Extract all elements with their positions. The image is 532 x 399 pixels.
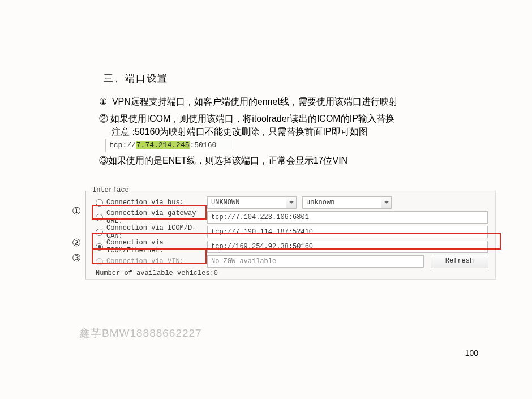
label-bus: Connection via bus: <box>106 199 207 207</box>
tcp-prefix: tcp:// <box>109 141 136 149</box>
interface-legend: Interface <box>90 186 131 194</box>
radio-vin <box>96 258 103 265</box>
radio-icom-ethernet[interactable] <box>96 243 103 251</box>
combo-bus-2[interactable]: unknown <box>302 196 392 209</box>
watermark-text: 鑫芓BMW18888662227 <box>79 326 202 341</box>
tcp-highlight-ip: 7.74.214.245 <box>136 141 190 149</box>
row-connection-vin: Connection via VIN: No ZGW available Ref… <box>96 255 490 268</box>
field-gateway-url[interactable]: tcp://7.104.223.106:6801 <box>207 211 488 224</box>
bullet-3: ③如果使用的是ENET线，则选择该端口，正常会显示17位VIN <box>99 154 347 167</box>
label-gateway: Connection via gateway URL: <box>106 209 207 225</box>
chevron-down-icon[interactable] <box>381 197 391 208</box>
combo-bus-2-value: unknown <box>306 199 334 207</box>
combo-bus-1[interactable]: UNKNOWN <box>207 196 297 209</box>
row-connection-icom-ethernet: Connection via ICOM/Ethernet: tcp://169.… <box>96 240 490 254</box>
field-vin: No ZGW available <box>207 255 424 268</box>
radio-icom-dcan[interactable] <box>96 229 103 236</box>
field-icom-dcan[interactable]: tcp://7.190.114.187:52410 <box>207 226 488 238</box>
label-icom-ethernet: Connection via ICOM/Ethernet: <box>106 239 207 255</box>
row-connection-bus: Connection via bus: UNKNOWN unknown <box>96 196 490 209</box>
label-icom-dcan: Connection via ICOM/D-CAN: <box>106 224 207 240</box>
combo-bus-1-value: UNKNOWN <box>211 199 239 207</box>
bullet-2: ② 如果使用ICOM，则使用该端口，将itoolrader读出的ICOM的IP输… <box>99 112 394 125</box>
refresh-button[interactable]: Refresh <box>431 255 488 268</box>
tcp-example-field: tcp://7.74.214.245:50160 <box>105 139 235 152</box>
available-vehicles-count: Number of available vehicles:0 <box>96 269 218 277</box>
bullet-2-note: 注意 :50160为映射端口不能更改删除，只需替换前面IP即可如图 <box>111 125 368 138</box>
row-connection-icom-dcan: Connection via ICOM/D-CAN: tcp://7.190.1… <box>96 225 490 239</box>
radio-bus[interactable] <box>96 199 103 207</box>
row-connection-gateway: Connection via gateway URL: tcp://7.104.… <box>96 211 490 224</box>
page-number: 100 <box>465 349 478 358</box>
tcp-suffix: :50160 <box>190 141 216 149</box>
radio-gateway[interactable] <box>96 214 103 221</box>
section-title: 三、端口设置 <box>104 72 168 85</box>
chevron-down-icon[interactable] <box>286 197 296 208</box>
bullet-1: ① VPN远程支持端口，如客户端使用的ennet线，需要使用该端口进行映射 <box>99 95 398 108</box>
field-icom-ethernet[interactable]: tcp://169.254.92.38:50160 <box>207 241 488 253</box>
label-vin: Connection via VIN: <box>106 258 207 265</box>
interface-panel: Interface Connection via bus: UNKNOWN un… <box>80 183 496 280</box>
